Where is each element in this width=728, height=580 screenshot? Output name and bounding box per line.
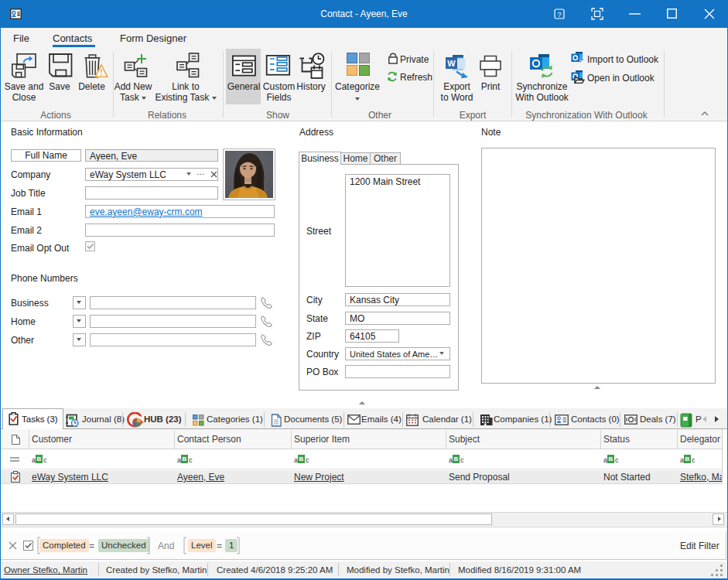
svg-text:?: ? xyxy=(557,11,561,19)
svg-text:W: W xyxy=(447,59,456,68)
